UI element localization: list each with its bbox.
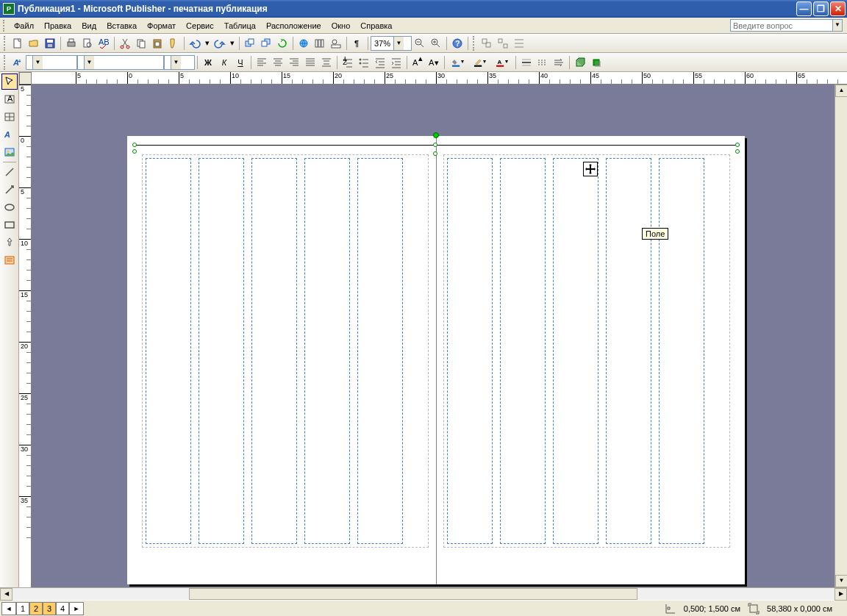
table-tool[interactable] bbox=[1, 109, 18, 125]
cut-button[interactable] bbox=[118, 36, 132, 51]
align-justify-button[interactable] bbox=[303, 55, 318, 70]
close-button[interactable]: ✕ bbox=[830, 1, 846, 16]
3d-style-button[interactable] bbox=[573, 55, 587, 70]
underline-button[interactable]: Ч bbox=[233, 55, 248, 70]
redo-button[interactable] bbox=[212, 36, 227, 51]
menu-view[interactable]: Вид bbox=[76, 20, 101, 32]
align-left-button[interactable] bbox=[254, 55, 269, 70]
font-size-combo[interactable]: ▼ bbox=[164, 55, 195, 70]
select-tool[interactable] bbox=[1, 74, 18, 90]
scroll-right-button[interactable]: ▶ bbox=[835, 588, 847, 601]
align-button[interactable] bbox=[512, 36, 526, 51]
copy-button[interactable] bbox=[134, 36, 149, 51]
oval-tool[interactable] bbox=[1, 199, 18, 215]
toolbar-handle[interactable] bbox=[4, 36, 7, 51]
menu-format[interactable]: Формат bbox=[142, 20, 181, 32]
help-button[interactable]: ? bbox=[450, 36, 465, 51]
fill-color-button[interactable]: ▾ bbox=[448, 55, 468, 70]
page-tab-3[interactable]: 3 bbox=[43, 602, 56, 615]
selection-handle[interactable] bbox=[132, 143, 137, 147]
menu-window[interactable]: Окно bbox=[326, 20, 356, 32]
line-style-button[interactable] bbox=[519, 55, 534, 70]
maximize-button[interactable]: ❐ bbox=[813, 1, 829, 16]
page-tab-4[interactable]: 4 bbox=[56, 602, 69, 615]
distribute-button[interactable] bbox=[319, 55, 334, 70]
zoom-in-button[interactable] bbox=[429, 36, 443, 51]
selection-handle[interactable] bbox=[735, 149, 740, 154]
menu-insert[interactable]: Вставка bbox=[101, 20, 142, 32]
group-button[interactable] bbox=[479, 36, 494, 51]
prev-page-button[interactable]: ◄ bbox=[1, 602, 16, 615]
undo-button[interactable] bbox=[187, 36, 202, 51]
format-painter-button[interactable] bbox=[166, 36, 181, 51]
scroll-up-button[interactable]: ▲ bbox=[835, 85, 847, 97]
scrollbar-vertical[interactable]: ▲ ▼ bbox=[835, 85, 847, 587]
spelling-button[interactable]: ABC bbox=[96, 36, 111, 51]
decrease-indent-button[interactable] bbox=[373, 55, 387, 70]
selection-handle[interactable] bbox=[132, 149, 137, 154]
help-search-dropdown[interactable]: ▼ bbox=[833, 19, 843, 32]
page-spread[interactable]: Поле bbox=[127, 136, 745, 584]
decrease-font-button[interactable]: A▾ bbox=[426, 55, 441, 70]
selection-handle[interactable] bbox=[433, 151, 437, 156]
bullets-button[interactable] bbox=[357, 55, 371, 70]
page-tab-1[interactable]: 1 bbox=[16, 602, 29, 615]
text-tool[interactable]: A bbox=[1, 91, 18, 107]
menu-table[interactable]: Таблица bbox=[219, 20, 261, 32]
increase-indent-button[interactable] bbox=[389, 55, 404, 70]
help-search-input[interactable] bbox=[730, 19, 833, 32]
ruler-vertical[interactable]: 505101520253035 bbox=[19, 85, 32, 587]
ruler-button[interactable] bbox=[329, 36, 343, 51]
canvas[interactable]: Поле bbox=[32, 85, 847, 587]
align-center-button[interactable] bbox=[271, 55, 285, 70]
style-combo[interactable]: ▼ bbox=[26, 55, 77, 70]
bring-front-button[interactable] bbox=[243, 36, 257, 51]
italic-button[interactable]: К bbox=[217, 55, 232, 70]
save-button[interactable] bbox=[43, 36, 57, 51]
design-gallery-tool[interactable] bbox=[1, 252, 18, 268]
open-button[interactable] bbox=[26, 36, 41, 51]
numbering-button[interactable]: 12 bbox=[340, 55, 355, 70]
font-color-button[interactable]: A▾ bbox=[492, 55, 512, 70]
line-tool[interactable] bbox=[1, 164, 18, 180]
selection-handle[interactable] bbox=[433, 143, 437, 147]
menu-help[interactable]: Справка bbox=[355, 20, 397, 32]
paste-button[interactable] bbox=[150, 36, 165, 51]
font-combo[interactable]: ▼ bbox=[77, 55, 164, 70]
send-back-button[interactable] bbox=[259, 36, 274, 51]
zoom-out-button[interactable] bbox=[412, 36, 427, 51]
increase-font-button[interactable]: A▴ bbox=[410, 55, 425, 70]
autoshapes-tool[interactable] bbox=[1, 234, 18, 251]
rotate-button[interactable] bbox=[275, 36, 290, 51]
page-tab-2[interactable]: 2 bbox=[29, 602, 43, 615]
arrow-style-button[interactable] bbox=[551, 55, 566, 70]
hyperlink-button[interactable] bbox=[296, 36, 311, 51]
dash-style-button[interactable] bbox=[535, 55, 550, 70]
rectangle-tool[interactable] bbox=[1, 217, 18, 233]
ruler-corner[interactable] bbox=[19, 72, 32, 85]
undo-dropdown[interactable]: ▾ bbox=[204, 36, 211, 51]
columns-button[interactable] bbox=[312, 36, 327, 51]
next-page-button[interactable]: ► bbox=[69, 602, 84, 615]
redo-dropdown[interactable]: ▾ bbox=[229, 36, 236, 51]
ruler-horizontal[interactable]: 505101520253035404550556065 bbox=[32, 72, 847, 85]
special-chars-button[interactable]: ¶ bbox=[350, 36, 365, 51]
line-color-button[interactable]: ▾ bbox=[470, 55, 490, 70]
scroll-left-button[interactable]: ◀ bbox=[0, 588, 12, 601]
wordart-tool[interactable]: A bbox=[1, 126, 18, 143]
zoom-combo[interactable]: 37%▼ bbox=[371, 36, 412, 51]
scrollbar-horizontal[interactable]: ◀ ▶ bbox=[0, 587, 847, 600]
rotation-handle[interactable] bbox=[433, 132, 439, 138]
minimize-button[interactable]: ― bbox=[796, 1, 812, 16]
arrow-tool[interactable] bbox=[1, 182, 18, 198]
selection-handle[interactable] bbox=[735, 143, 740, 147]
print-button[interactable] bbox=[64, 36, 79, 51]
bold-button[interactable]: Ж bbox=[201, 55, 215, 70]
shadow-button[interactable] bbox=[589, 55, 604, 70]
menubar-handle[interactable] bbox=[3, 20, 6, 32]
scroll-down-button[interactable]: ▼ bbox=[835, 575, 847, 587]
preview-button[interactable] bbox=[80, 36, 95, 51]
toolbar-handle-2[interactable] bbox=[473, 36, 476, 51]
menu-edit[interactable]: Правка bbox=[39, 20, 76, 32]
styles-button[interactable]: A⁴ bbox=[10, 55, 25, 70]
